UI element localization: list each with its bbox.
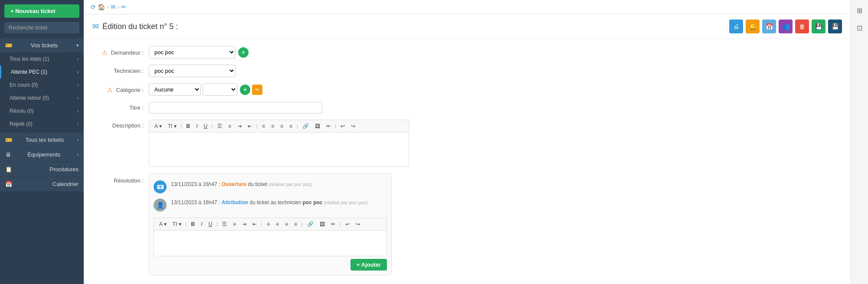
olist-btn[interactable]: ≡	[226, 122, 234, 131]
resolution-text-2: 13/11/2023 à 16h47 : Attribution du tick…	[171, 199, 367, 206]
grid-icon[interactable]: ⊞	[854, 4, 866, 16]
resolution-desc-1: du ticket	[248, 181, 267, 187]
add-categorie-button[interactable]: +	[240, 85, 250, 95]
color-btn[interactable]: ✏	[324, 122, 333, 131]
technicien-select[interactable]: poc poc	[149, 65, 236, 77]
titre-input[interactable]	[149, 102, 322, 114]
sidebar-section-vos-tickets[interactable]: 🎫 Vos tickets ▾	[0, 38, 84, 52]
delete-button[interactable]: 🗑	[795, 20, 809, 33]
resolution-text-1: 13/11/2023 à 16h47 : Ouverture du ticket…	[171, 180, 312, 188]
outdent-btn[interactable]: ⇤	[245, 122, 255, 131]
divider: |	[212, 124, 213, 129]
r-underline-btn[interactable]: U	[206, 220, 215, 229]
r-link-btn[interactable]: 🔗	[305, 220, 316, 229]
add-demandeur-button[interactable]: +	[238, 47, 249, 58]
description-row: Description : A ▾ TI ▾ | B I U | ☰ ≡ ⇥ ⇤…	[97, 120, 838, 167]
avatar-2: 👤	[154, 199, 167, 212]
search-input[interactable]	[4, 22, 79, 33]
sidebar-item-label: Attente retour (0)	[10, 95, 49, 101]
sidebar: + Nouveau ticket 🎫 Vos tickets ▾ Tous le…	[0, 0, 84, 284]
sidebar-item-attente-retour[interactable]: Attente retour (0) ›	[0, 91, 84, 104]
edit-nav-icon[interactable]: ✏	[121, 3, 126, 10]
indent-btn[interactable]: ⇥	[235, 122, 244, 131]
breadcrumb: ⟳ 🏠 › ✉ › ✏	[84, 0, 851, 14]
save-close-button[interactable]: 💾	[828, 20, 842, 33]
image-btn[interactable]: 🖼	[312, 122, 323, 131]
categorie-sub-select[interactable]	[203, 83, 237, 96]
r-bold-btn[interactable]: B	[189, 220, 198, 229]
print-button[interactable]: 🖨	[729, 20, 743, 33]
r-align-justify-btn[interactable]: ≡	[292, 220, 300, 229]
technicien-label: Technicien :	[97, 68, 149, 74]
undo-btn[interactable]: ↩	[338, 122, 347, 131]
chevron-right-icon: ›	[77, 57, 79, 62]
resolution-date-1: 13/11/2023 à 16h47 :	[171, 181, 220, 187]
r-italic-btn[interactable]: I	[198, 220, 205, 229]
link-btn[interactable]: 🔗	[300, 122, 311, 131]
resolution-entry-1: 📧 13/11/2023 à 16h47 : Ouverture du tick…	[154, 178, 387, 196]
sidebar-section-calendrier[interactable]: 📅 Calendrier	[0, 176, 84, 191]
demandeur-label: ⚠ Demandeur :	[97, 49, 149, 56]
right-panel: ⊞ ⊡	[851, 0, 868, 284]
r-list-btn[interactable]: ☰	[219, 220, 229, 229]
edit-categorie-button[interactable]: ✏	[252, 85, 262, 95]
r-align-left-btn[interactable]: ≡	[264, 220, 272, 229]
header-actions: 🖨 🔔 📅 👥 🗑 💾 💾	[729, 20, 842, 33]
description-editor[interactable]	[149, 132, 409, 167]
page-header: ✉ Édition du ticket n° 5 : 🖨 🔔 📅 👥 🗑 💾 💾	[84, 14, 851, 39]
new-ticket-button[interactable]: + Nouveau ticket	[4, 4, 79, 18]
technicien-row: Technicien : poc poc	[97, 65, 838, 77]
save-button[interactable]: 💾	[812, 20, 825, 33]
r-redo-btn[interactable]: ↪	[353, 220, 363, 229]
r-indent-btn[interactable]: ⇥	[239, 220, 249, 229]
mail-icon[interactable]: ✉	[111, 3, 116, 10]
chevron-down-icon: ▾	[76, 43, 79, 48]
font-size-btn[interactable]: A ▾	[152, 122, 164, 131]
sidebar-section-tous-tickets[interactable]: 🎫 Tous les tickets ‹	[0, 132, 84, 147]
sidebar-item-attente-pec[interactable]: Attente PEC (1) ›	[0, 65, 84, 78]
r-outdent-btn[interactable]: ⇤	[250, 220, 259, 229]
sidebar-section-procedures[interactable]: 📋 Procédures	[0, 162, 84, 176]
sidebar-item-en-cours[interactable]: En cours (0) ›	[0, 78, 84, 91]
description-toolbar: A ▾ TI ▾ | B I U | ☰ ≡ ⇥ ⇤ | ≡ ≡ ≡ ≡ |	[149, 120, 409, 132]
calendar-button[interactable]: 📅	[762, 20, 776, 33]
underline-btn[interactable]: U	[201, 122, 210, 131]
align-right-btn[interactable]: ≡	[278, 122, 286, 131]
avatar-1: 📧	[154, 180, 167, 193]
demandeur-select[interactable]: poc poc	[149, 46, 236, 59]
separator: ›	[118, 3, 120, 10]
module-icon[interactable]: ⊡	[854, 22, 866, 34]
align-center-btn[interactable]: ≡	[269, 122, 277, 131]
r-image-btn[interactable]: 🖼	[317, 220, 328, 229]
r-undo-btn[interactable]: ↩	[343, 220, 352, 229]
text-type-btn[interactable]: TI ▾	[165, 122, 179, 131]
align-left-btn[interactable]: ≡	[259, 122, 268, 131]
categorie-select[interactable]: Aucune	[149, 83, 201, 96]
calendrier-label: Calendrier	[52, 181, 79, 187]
ajouter-button[interactable]: + Ajouter	[350, 259, 387, 271]
align-justify-btn[interactable]: ≡	[287, 122, 295, 131]
redo-btn[interactable]: ↪	[348, 122, 358, 131]
sidebar-item-label: Rejeté (0)	[10, 121, 33, 127]
users-button[interactable]: 👥	[779, 20, 793, 33]
sidebar-item-tous-etats[interactable]: Tous les états (1) ›	[0, 52, 84, 65]
resolution-editor[interactable]	[154, 230, 387, 256]
sidebar-section-equipements[interactable]: 🖥 Équipements ‹	[0, 147, 84, 162]
italic-btn[interactable]: I	[193, 122, 200, 131]
form-area: ⚠ Demandeur : poc poc + Technicien : poc…	[84, 39, 851, 284]
sidebar-item-rejete[interactable]: Rejeté (0) ›	[0, 118, 84, 131]
calendrier-icon: 📅	[5, 181, 12, 187]
r-color-btn[interactable]: ✏	[328, 220, 338, 229]
list-btn[interactable]: ☰	[215, 122, 225, 131]
r-olist-btn[interactable]: ≡	[230, 220, 239, 229]
sidebar-item-resolu[interactable]: Résolu (0) ›	[0, 104, 84, 118]
notify-button[interactable]: 🔔	[746, 20, 760, 33]
home-icon[interactable]: 🏠	[98, 3, 105, 10]
r-align-right-btn[interactable]: ≡	[282, 220, 291, 229]
chevron-left-icon: ‹	[77, 152, 79, 157]
r-font-btn[interactable]: A ▾	[157, 220, 169, 229]
r-align-center-btn[interactable]: ≡	[273, 220, 282, 229]
r-type-btn[interactable]: TI ▾	[170, 220, 184, 229]
resolution-muted-1: (réalisé par poc poc)	[269, 182, 312, 187]
bold-btn[interactable]: B	[184, 122, 193, 131]
